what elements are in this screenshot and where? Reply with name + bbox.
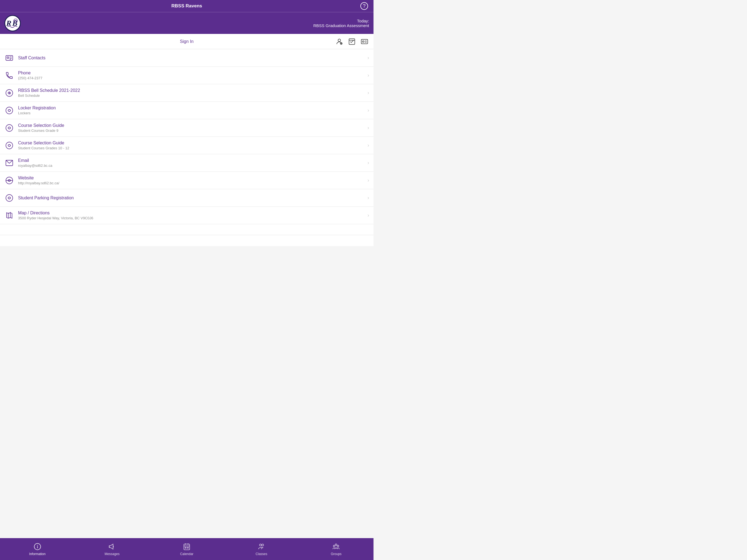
item-title: Website <box>18 176 365 180</box>
item-title: Locker Registration <box>18 105 365 110</box>
item-content: Staff Contacts <box>18 55 365 60</box>
link-icon <box>4 88 14 98</box>
list-item[interactable]: Locker Registration Lockers › <box>0 102 374 119</box>
item-title: Email <box>18 158 365 163</box>
chevron-icon: › <box>367 143 369 148</box>
checklist-icon[interactable] <box>347 37 357 46</box>
item-content: Student Parking Registration <box>18 196 365 200</box>
item-title: Course Selection Guide <box>18 141 365 146</box>
today-info: Today: RBSS Graduation Assessment <box>313 19 369 28</box>
email-icon <box>4 158 14 168</box>
list-item[interactable]: Staff Contacts › <box>0 49 374 67</box>
link-icon <box>4 141 14 150</box>
chevron-icon: › <box>367 55 369 61</box>
parking-icon <box>4 193 14 203</box>
item-content: Course Selection Guide Student Courses G… <box>18 141 365 150</box>
list-item[interactable]: Course Selection Guide Student Courses G… <box>0 137 374 154</box>
svg-point-21 <box>6 142 13 149</box>
item-content: Email royalbay@sd62.bc.ca <box>18 158 365 168</box>
spacer2 <box>0 235 374 246</box>
map-icon <box>4 210 14 221</box>
chevron-icon: › <box>367 125 369 131</box>
logo: R B <box>4 15 21 31</box>
svg-point-20 <box>6 124 13 131</box>
main-content: Staff Contacts › Phone (250) 474-2377 › <box>0 49 374 268</box>
list-item[interactable]: Phone (250) 474-2377 › <box>0 67 374 84</box>
link-icon <box>4 123 14 133</box>
list-item[interactable]: Email royalbay@sd62.bc.ca › <box>0 154 374 172</box>
item-subtitle: Student Courses Grades 10 - 12 <box>18 146 365 150</box>
item-subtitle: Student Courses Grade 9 <box>18 128 365 133</box>
chevron-icon: › <box>367 177 369 183</box>
chevron-icon: › <box>367 195 369 201</box>
item-content: Map / Directions 3500 Ryder Hesjedal Way… <box>18 210 365 220</box>
account-settings-icon[interactable] <box>335 37 344 46</box>
chevron-icon: › <box>367 107 369 113</box>
phone-icon <box>4 71 14 80</box>
item-content: Locker Registration Lockers <box>18 105 365 115</box>
svg-point-10 <box>362 41 364 42</box>
header-bar: R B Today: RBSS Graduation Assessment <box>0 12 374 34</box>
svg-point-25 <box>6 195 13 201</box>
list-container: Staff Contacts › Phone (250) 474-2377 › <box>0 49 374 224</box>
logo-area: R B <box>4 15 21 31</box>
list-item[interactable]: Website http://royalbay.sd62.bc.ca/ › <box>0 172 374 189</box>
item-subtitle: (250) 474-2377 <box>18 76 365 80</box>
chevron-icon: › <box>367 212 369 218</box>
item-title: Staff Contacts <box>18 55 365 60</box>
list-item[interactable]: Map / Directions 3500 Ryder Hesjedal Way… <box>0 207 374 224</box>
item-subtitle: 3500 Ryder Hesjedal Way, Victoria, BC V9… <box>18 216 365 220</box>
item-title: RBSS Bell Schedule 2021-2022 <box>18 88 365 93</box>
logo-svg: R B <box>5 16 20 31</box>
item-title: Phone <box>18 71 365 75</box>
link-icon <box>4 105 14 116</box>
item-content: Website http://royalbay.sd62.bc.ca/ <box>18 176 365 185</box>
chevron-icon: › <box>367 73 369 78</box>
item-title: Map / Directions <box>18 210 365 215</box>
spacer <box>0 224 374 235</box>
website-icon <box>4 176 14 185</box>
item-content: RBSS Bell Schedule 2021-2022 Bell Schedu… <box>18 88 365 98</box>
help-button[interactable]: ? <box>360 2 368 10</box>
list-item[interactable]: Student Parking Registration › <box>0 189 374 207</box>
item-title: Student Parking Registration <box>18 196 365 200</box>
svg-point-19 <box>6 107 13 114</box>
item-subtitle: Bell Schedule <box>18 94 365 98</box>
list-item[interactable]: RBSS Bell Schedule 2021-2022 Bell Schedu… <box>0 84 374 102</box>
svg-point-14 <box>7 57 9 58</box>
item-content: Phone (250) 474-2377 <box>18 71 365 80</box>
item-title: Course Selection Guide <box>18 123 365 128</box>
item-content: Course Selection Guide Student Courses G… <box>18 123 365 133</box>
app-title: RBSS Ravens <box>172 3 202 9</box>
svg-point-3 <box>338 39 340 41</box>
item-subtitle: http://royalbay.sd62.bc.ca/ <box>18 181 365 185</box>
item-subtitle: royalbay@sd62.bc.ca <box>18 163 365 168</box>
top-bar: RBSS Ravens ? <box>0 0 374 12</box>
id-card-icon[interactable] <box>360 37 369 46</box>
item-subtitle: Lockers <box>18 111 365 115</box>
chevron-icon: › <box>367 90 369 96</box>
signin-link[interactable]: Sign In <box>180 39 194 44</box>
chevron-icon: › <box>367 160 369 166</box>
person-card-icon <box>4 53 14 63</box>
header-icons <box>335 37 369 46</box>
signin-bar: Sign In <box>0 34 374 49</box>
list-item[interactable]: Course Selection Guide Student Courses G… <box>0 119 374 137</box>
